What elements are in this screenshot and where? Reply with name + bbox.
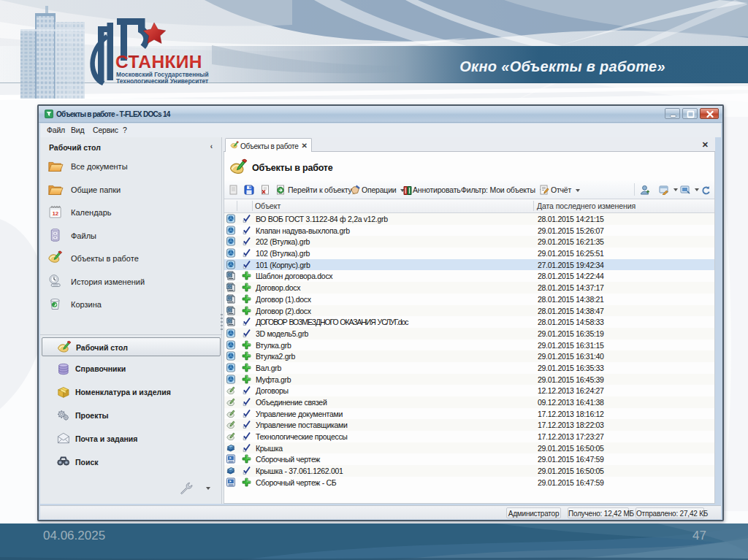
svg-text:СТАНКИН: СТАНКИН bbox=[115, 52, 202, 72]
svg-text:Московский Государственный: Московский Государственный bbox=[116, 71, 209, 78]
svg-text:Технологический Университет: Технологический Университет bbox=[116, 77, 208, 85]
